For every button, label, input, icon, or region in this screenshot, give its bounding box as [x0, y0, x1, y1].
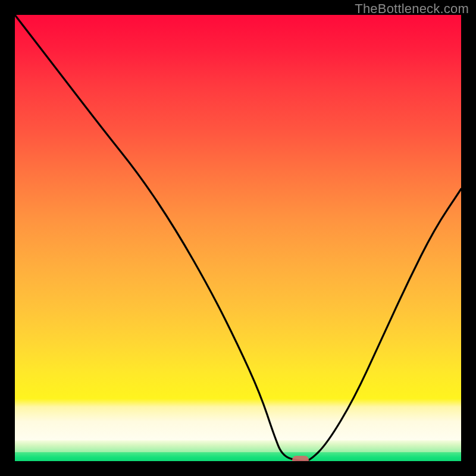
- plot-area: [15, 15, 461, 461]
- optimal-point-marker: [292, 456, 309, 461]
- bottleneck-curve: [15, 15, 461, 461]
- chart-frame: TheBottleneck.com: [0, 0, 476, 476]
- curve-layer: [15, 15, 461, 461]
